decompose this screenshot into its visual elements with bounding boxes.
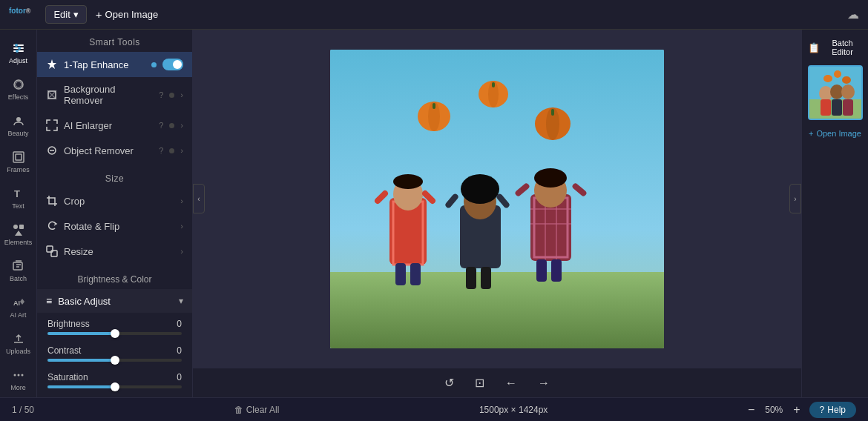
- redo-button[interactable]: →: [533, 375, 554, 391]
- help-icon-bg[interactable]: ?: [159, 90, 163, 99]
- crop-icon: [46, 195, 58, 207]
- collapse-left-button[interactable]: ‹: [193, 184, 205, 213]
- logo-sup: ®: [26, 7, 31, 15]
- cloud-icon[interactable]: ☁: [847, 7, 859, 21]
- tool-label-enhance: 1-Tap Enhance: [64, 59, 145, 70]
- sidebar-item-elements[interactable]: Elements: [2, 217, 35, 252]
- sidebar-item-beauty[interactable]: Beauty: [2, 108, 35, 143]
- svg-point-4: [18, 47, 21, 50]
- logo-text: fotor: [9, 7, 26, 15]
- rotate-icon: [46, 220, 58, 232]
- svg-rect-41: [395, 263, 406, 285]
- tool-background-remover[interactable]: Background Remover ? ›: [37, 77, 192, 113]
- svg-point-68: [841, 84, 855, 99]
- saturation-value: 0: [177, 372, 182, 382]
- brightness-track[interactable]: [47, 332, 182, 335]
- sidebar-label-beauty: Beauty: [7, 130, 28, 137]
- sidebar-label-effects: Effects: [8, 93, 28, 101]
- main-layout: Adjust Effects Beauty Frames T Text Elem…: [0, 30, 868, 397]
- help-button[interactable]: ? Help: [809, 402, 856, 418]
- svg-rect-69: [843, 99, 853, 116]
- sidebar-item-ai-art[interactable]: AI AI Art: [2, 290, 35, 325]
- tool-rotate-flip[interactable]: Rotate & Flip ›: [37, 213, 192, 239]
- help-icon-obj[interactable]: ?: [159, 146, 163, 155]
- arrow-crop: ›: [180, 196, 183, 205]
- svg-rect-60: [536, 259, 547, 282]
- svg-point-18: [21, 374, 23, 377]
- sidebar-label-uploads: Uploads: [6, 348, 30, 355]
- edit-button[interactable]: Edit ▾: [45, 5, 86, 24]
- compare-button[interactable]: ⊡: [470, 374, 489, 391]
- basic-adjust-header[interactable]: ≡ Basic Adjust ▾: [37, 289, 192, 313]
- status-bar: 1 / 50 🗑 Clear All 1500px × 1424px − 50%…: [0, 397, 868, 421]
- thumbnail-svg: [809, 67, 863, 120]
- canvas-viewport: ‹ ›: [193, 30, 801, 368]
- basic-adjust-label: Basic Adjust: [58, 296, 111, 307]
- tool-1-tap-enhance[interactable]: 1-Tap Enhance: [37, 52, 192, 77]
- sidebar-item-more[interactable]: More: [2, 362, 35, 397]
- top-bar: fotor® Edit ▾ + Open Image ☁: [0, 0, 868, 30]
- zoom-out-button[interactable]: −: [748, 404, 754, 416]
- reset-button[interactable]: ↺: [440, 374, 458, 391]
- collapse-right-button[interactable]: ›: [789, 184, 801, 213]
- zoom-in-button[interactable]: +: [793, 404, 800, 416]
- svg-point-70: [823, 75, 832, 82]
- saturation-fill: [47, 385, 115, 388]
- contrast-track[interactable]: [47, 359, 182, 362]
- tool-resize[interactable]: Resize ›: [37, 239, 192, 264]
- clear-all-button[interactable]: 🗑 Clear All: [234, 405, 280, 415]
- sliders-section: Brightness 0 Contrast 0: [37, 313, 192, 397]
- brightness-thumb[interactable]: [111, 329, 119, 338]
- sidebar-item-effects[interactable]: Effects: [2, 72, 35, 107]
- sidebar-item-frames[interactable]: Frames: [2, 145, 35, 179]
- open-image-right-label: Open Image: [816, 129, 861, 138]
- effects-icon: [12, 78, 25, 91]
- enhance-icon: [46, 59, 58, 70]
- sidebar-label-adjust: Adjust: [9, 57, 27, 64]
- svg-rect-61: [551, 259, 562, 282]
- tools-panel: Smart Tools 1-Tap Enhance Background Rem…: [37, 30, 193, 397]
- svg-rect-48: [466, 267, 476, 289]
- svg-rect-9: [16, 154, 22, 160]
- arrow-obj: ›: [180, 146, 183, 155]
- sidebar-label-text: Text: [12, 202, 24, 210]
- resize-icon: [46, 245, 58, 257]
- svg-point-17: [17, 374, 19, 377]
- svg-rect-67: [832, 99, 842, 116]
- open-image-button[interactable]: + Open Image: [96, 8, 158, 21]
- tool-ai-enlarger[interactable]: AI Enlarger ? ›: [37, 113, 192, 138]
- toggle-on[interactable]: [162, 59, 183, 70]
- zoom-controls: − 50% +: [748, 404, 800, 416]
- saturation-thumb[interactable]: [111, 382, 119, 391]
- svg-rect-65: [821, 99, 831, 116]
- saturation-label: Saturation: [47, 372, 88, 382]
- open-image-label: Open Image: [105, 9, 159, 20]
- svg-rect-8: [13, 152, 24, 162]
- undo-button[interactable]: ←: [501, 375, 522, 391]
- svg-point-16: [13, 374, 16, 377]
- open-image-right-button[interactable]: + Open Image: [809, 129, 861, 138]
- thumbnail-image[interactable]: [808, 65, 863, 120]
- svg-point-45: [461, 174, 499, 204]
- help-icon-ai[interactable]: ?: [159, 121, 163, 130]
- tool-object-remover[interactable]: Object Remover ? ›: [37, 138, 192, 163]
- dot-inactive-bg: [169, 93, 174, 98]
- contrast-thumb[interactable]: [111, 356, 119, 365]
- image-dimensions: 1500px × 1424px: [479, 405, 548, 415]
- ai-enlarger-icon: [46, 119, 58, 131]
- trash-icon: 🗑: [234, 405, 243, 415]
- tool-label-crop: Crop: [64, 196, 174, 207]
- saturation-row: Saturation 0: [47, 372, 182, 388]
- clear-all-label: Clear All: [246, 405, 280, 415]
- svg-rect-49: [481, 267, 491, 289]
- sidebar-item-uploads[interactable]: Uploads: [2, 326, 35, 361]
- arrow-resize: ›: [180, 247, 183, 256]
- batch-editor-label: Batch Editor: [823, 39, 862, 56]
- svg-rect-14: [13, 262, 22, 270]
- dot-active: [151, 62, 157, 67]
- sidebar-item-text[interactable]: T Text: [2, 181, 35, 216]
- saturation-track[interactable]: [47, 385, 182, 388]
- sidebar-item-batch[interactable]: Batch: [2, 253, 35, 288]
- tool-crop[interactable]: Crop ›: [37, 188, 192, 213]
- sidebar-item-adjust[interactable]: Adjust: [2, 36, 35, 70]
